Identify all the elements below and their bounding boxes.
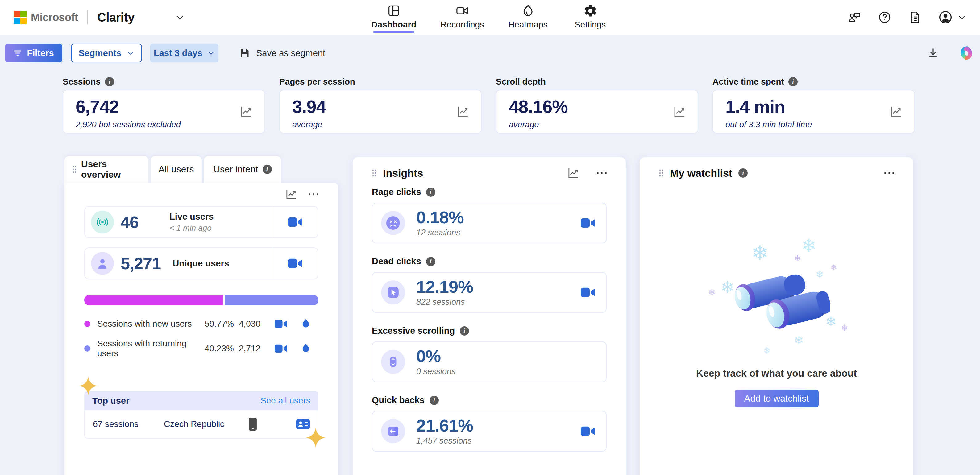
project-selector-chevron-icon[interactable] [175, 12, 185, 22]
legend-label: Sessions with new users [97, 319, 192, 329]
filters-button[interactable]: Filters [5, 44, 62, 62]
trend-chart-icon[interactable] [889, 105, 902, 118]
legend-count: 4,030 [239, 319, 261, 329]
top-user-sessions: 67 sessions [93, 419, 164, 429]
tab-heatmaps[interactable]: Heatmaps [508, 0, 548, 35]
top-user-header: Top user See all users [84, 391, 318, 410]
insight-value: 21.61% [416, 417, 473, 434]
more-options-icon[interactable] [309, 194, 318, 195]
info-icon[interactable]: i [262, 165, 272, 174]
dashboard-icon [387, 4, 401, 17]
mobile-device-icon [249, 418, 257, 431]
watch-recordings-button[interactable] [272, 207, 318, 237]
metric-subtitle: average [292, 120, 469, 130]
trend-chart-icon[interactable] [240, 105, 253, 118]
heatmap-flame-icon[interactable] [301, 343, 310, 354]
main-nav: Dashboard Recordings Heatmaps Settings [371, 0, 609, 35]
info-icon[interactable]: i [426, 257, 435, 266]
users-panel-tabs: Users overview All users User intent i [65, 156, 338, 183]
sessions-split-bar [84, 295, 318, 305]
tab-recordings[interactable]: Recordings [440, 0, 484, 35]
trend-chart-icon[interactable] [673, 105, 686, 118]
metric-subtitle: out of 3.3 min total time [725, 120, 902, 130]
date-range-dropdown[interactable]: Last 3 days [150, 44, 218, 62]
download-icon[interactable] [927, 47, 939, 59]
snowflake-icon: ❄ [763, 346, 771, 355]
metric-card: 1.4 min out of 3.3 min total time [713, 90, 915, 133]
add-to-watchlist-button[interactable]: Add to watchlist [735, 389, 819, 407]
feedback-icon[interactable] [848, 11, 861, 24]
metric-card: 6,742 2,920 bot sessions excluded [63, 90, 265, 133]
trend-chart-icon[interactable] [285, 188, 298, 200]
help-icon[interactable] [878, 11, 891, 24]
tab-user-intent[interactable]: User intent i [204, 156, 281, 183]
person-icon [91, 252, 114, 275]
top-user-section: Top user See all users 67 sessions Czech… [84, 391, 318, 438]
bar-new [84, 295, 223, 305]
drag-handle-icon[interactable] [372, 169, 377, 177]
see-all-users-link[interactable]: See all users [261, 396, 310, 406]
snowflake-icon: ❄ [708, 288, 715, 297]
metric-title: Active time spent i [713, 76, 915, 87]
video-camera-icon[interactable] [581, 287, 595, 298]
insight-value: 12.19% [416, 278, 473, 295]
insight-value: 0.18% [416, 209, 464, 226]
trend-chart-icon[interactable] [567, 167, 579, 179]
user-id-card-icon[interactable] [296, 419, 310, 429]
info-icon[interactable]: i [430, 396, 439, 405]
gear-icon [584, 4, 597, 17]
info-icon[interactable]: i [105, 77, 114, 86]
copilot-icon[interactable] [959, 46, 974, 60]
heatmap-flame-icon[interactable] [301, 319, 310, 329]
insight-label-rage-clicks: Rage clicks i [372, 187, 607, 197]
legend-dot [84, 321, 91, 327]
drag-handle-icon[interactable] [72, 165, 77, 173]
users-panel-tools [84, 183, 318, 206]
unique-users-label: Unique users [172, 259, 229, 268]
video-camera-icon [455, 4, 469, 17]
tab-all-users[interactable]: All users [151, 156, 202, 183]
snowflake-icon: ❄ [801, 237, 816, 254]
legend-percent: 40.23% [205, 343, 234, 353]
drag-handle-icon[interactable] [659, 169, 664, 177]
legend-returning-users: Sessions with returning users 40.23% 2,7… [84, 342, 318, 355]
info-icon[interactable]: i [460, 326, 469, 335]
more-options-icon[interactable] [885, 172, 894, 174]
save-as-segment-button[interactable]: Save as segment [239, 48, 325, 59]
panel-title: My watchlist [670, 167, 732, 179]
trend-chart-icon[interactable] [457, 105, 469, 118]
bar-returning [224, 295, 318, 305]
release-notes-icon[interactable] [908, 11, 921, 24]
brand-divider [88, 10, 88, 24]
video-camera-icon[interactable] [581, 218, 595, 228]
insight-card-dead-clicks: 12.19% 822 sessions [372, 272, 607, 313]
tab-settings[interactable]: Settings [572, 0, 609, 35]
video-camera-icon[interactable] [275, 344, 287, 353]
account-menu[interactable] [939, 11, 966, 24]
metric-sessions: Sessions i 6,742 2,920 bot sessions excl… [63, 76, 265, 133]
info-icon[interactable]: i [738, 168, 748, 178]
microsoft-wordmark: Microsoft [31, 11, 78, 24]
info-icon[interactable]: i [426, 187, 435, 197]
live-users-card: 46 Live users < 1 min ago [84, 206, 318, 238]
metric-card: 48.16% average [496, 90, 698, 133]
tab-dashboard[interactable]: Dashboard [371, 0, 416, 35]
watch-recordings-button[interactable] [272, 248, 318, 279]
tab-users-overview[interactable]: Users overview [65, 156, 148, 183]
insight-label-quick-backs: Quick backs i [372, 395, 607, 405]
binoculars-illustration [725, 269, 830, 346]
metric-subtitle: 2,920 bot sessions excluded [76, 120, 252, 130]
snowflake-icon: ❄ [841, 324, 848, 332]
video-camera-icon[interactable] [581, 426, 595, 437]
insight-card-quick-backs: 21.61% 1,457 sessions [372, 411, 607, 451]
snowflake-icon: ❄ [794, 254, 801, 263]
more-options-icon[interactable] [597, 172, 607, 174]
info-icon[interactable]: i [788, 77, 798, 86]
metric-title: Sessions i [63, 76, 265, 87]
scroll-icon [381, 350, 405, 374]
video-camera-icon[interactable] [275, 319, 287, 329]
panel-title: Insights [383, 167, 423, 179]
rage-face-icon [381, 211, 405, 235]
top-user-row[interactable]: 67 sessions Czech Republic [84, 410, 318, 438]
segments-dropdown[interactable]: Segments [71, 44, 142, 62]
